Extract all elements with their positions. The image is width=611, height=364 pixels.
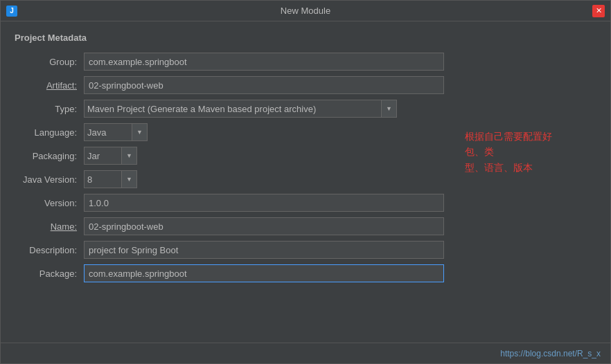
packaging-dropdown-arrow[interactable]: ▼	[122, 147, 137, 165]
version-input[interactable]	[84, 194, 444, 212]
type-dropdown-wrapper: Maven Project (Generate a Maven based pr…	[84, 100, 397, 118]
packaging-select[interactable]: Jar	[84, 147, 122, 165]
name-label: Name:	[15, 221, 84, 232]
type-select[interactable]: Maven Project (Generate a Maven based pr…	[84, 100, 382, 118]
type-label: Type:	[15, 104, 84, 114]
artifact-label: Artifact:	[15, 80, 84, 91]
artifact-input[interactable]	[84, 76, 444, 94]
package-input[interactable]	[84, 264, 444, 282]
type-dropdown-arrow[interactable]: ▼	[382, 100, 397, 118]
footer: https://blog.csdn.net/R_s_x	[1, 343, 610, 363]
version-label: Version:	[15, 198, 84, 208]
title-bar: J New Module ✕	[1, 1, 610, 21]
java-version-label: Java Version:	[15, 174, 84, 185]
app-icon: J	[6, 6, 17, 17]
close-button[interactable]: ✕	[592, 5, 605, 17]
type-row: Type: Maven Project (Generate a Maven ba…	[15, 100, 596, 118]
new-module-window: J New Module ✕ Project Metadata Group: A…	[0, 0, 611, 364]
version-row: Version:	[15, 194, 596, 212]
packaging-dropdown-wrapper: Jar ▼	[84, 147, 137, 165]
language-dropdown-wrapper: Java ▼	[84, 123, 148, 141]
name-row: Name:	[15, 217, 596, 235]
language-select[interactable]: Java	[84, 123, 132, 141]
footer-link[interactable]: https://blog.csdn.net/R_s_x	[500, 349, 601, 358]
description-label: Description:	[15, 245, 84, 255]
package-row: Package:	[15, 264, 596, 282]
artifact-row: Artifact:	[15, 76, 596, 94]
annotation-text: 根据自己需要配置好包、类 型、语言、版本	[465, 129, 555, 175]
package-label: Package:	[15, 269, 84, 279]
language-dropdown-arrow[interactable]: ▼	[132, 123, 148, 141]
java-version-dropdown-wrapper: 8 ▼	[84, 170, 137, 188]
name-input[interactable]	[84, 217, 444, 235]
group-label: Group:	[15, 57, 84, 67]
java-version-select[interactable]: 8	[84, 170, 122, 188]
main-area: Project Metadata Group: Artifact: Type: …	[1, 21, 610, 343]
window-title: New Module	[281, 6, 330, 16]
description-input[interactable]	[84, 241, 444, 259]
group-row: Group:	[15, 53, 596, 71]
group-input[interactable]	[84, 53, 444, 71]
section-title: Project Metadata	[15, 33, 596, 43]
description-row: Description:	[15, 241, 596, 259]
packaging-label: Packaging:	[15, 151, 84, 161]
title-bar-left: J	[6, 6, 17, 17]
java-version-dropdown-arrow[interactable]: ▼	[122, 170, 137, 188]
language-label: Language:	[15, 127, 84, 138]
